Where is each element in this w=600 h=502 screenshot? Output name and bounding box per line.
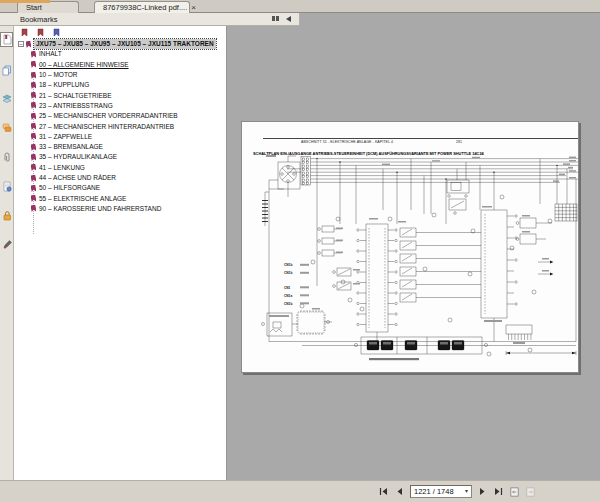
last-page-button[interactable] (493, 486, 504, 497)
sidebar-item-security[interactable] (1, 209, 12, 221)
pen-icon (2, 239, 12, 250)
bookmark-icon (31, 143, 37, 150)
bookmark-icon (31, 185, 37, 192)
bookmark-icon (31, 133, 37, 140)
tab-bar: Start 87679938C-Linked pdf.... × (0, 0, 600, 13)
bookmark-icon (31, 174, 37, 181)
signature-icon (2, 181, 12, 192)
sidebar-item-pages[interactable] (1, 64, 12, 76)
bookmark-item[interactable]: INHALT (14, 49, 226, 59)
bookmark-item[interactable]: 18 – KUPPLUNG (14, 80, 226, 90)
bookmark-action-icon-3[interactable] (53, 28, 60, 37)
sidebar-item-signatures[interactable] (1, 180, 12, 192)
window-accent (0, 0, 50, 3)
connector-label: CN1a (284, 294, 292, 298)
lock-icon (2, 210, 12, 221)
bookmark-item[interactable]: 21 – SCHALTGETRIEBE (14, 90, 226, 100)
wiring-diagram: CN1b CN1b CN1 CN1a CN1b (242, 122, 580, 374)
sidebar-item-layers[interactable] (1, 93, 12, 105)
connector-label: CN1b (284, 302, 292, 306)
pdf-page: ABSCHNITT 55 - ELEKTRISCHE ANLAGE - KAPI… (241, 121, 579, 373)
tab-document[interactable]: 87679938C-Linked pdf.... × (94, 1, 190, 13)
chevron-down-icon[interactable]: ▾ (465, 486, 468, 497)
bookmark-item[interactable]: 25 – MECHANISCHER VORDERRADANTRIEB (14, 111, 226, 121)
next-page-button[interactable] (477, 486, 488, 497)
document-area[interactable]: ABSCHNITT 55 - ELEKTRISCHE ANLAGE - KAPI… (227, 13, 600, 480)
bookmark-root-item[interactable]: − JXU75 – JXU85 – JXU95 – JXU105 – JXU11… (14, 39, 226, 49)
bookmark-item[interactable]: 35 – HYDRAULIKANLAGE (14, 152, 226, 162)
connector-label: CN1b (284, 271, 292, 275)
first-page-button[interactable] (378, 486, 389, 497)
bookmarks-panel: − JXU75 – JXU85 – JXU95 – JXU105 – JXU11… (14, 26, 227, 480)
next-view-button[interactable] (525, 486, 536, 497)
bookmark-action-icon-2[interactable] (37, 28, 44, 37)
sidebar-item-ink-sign[interactable] (1, 238, 12, 250)
sidebar-item-attachments[interactable] (1, 151, 12, 163)
bookmark-item[interactable]: 27 – MECHANISCHER HINTERRADANTRIEB (14, 121, 226, 131)
bookmark-item[interactable]: 90 – KAROSSERIE UND FAHRERSTAND (14, 204, 226, 214)
status-bar: 1221 / 1748 ▾ (0, 480, 600, 502)
bookmark-icon (31, 71, 37, 78)
previous-view-button[interactable] (509, 486, 520, 497)
bookmarks-panel-header: Bookmarks (0, 13, 300, 26)
bookmark-icon (31, 205, 37, 212)
tab-document-label: 87679938C-Linked pdf.... (103, 2, 187, 14)
bookmark-icon (31, 164, 37, 171)
bookmark-item-current[interactable]: 00 – ALLGEMEINE HINWEISE (14, 60, 226, 70)
bookmark-icon (31, 195, 37, 202)
collapse-expander-icon[interactable]: − (18, 41, 24, 47)
bookmarks-options-icon[interactable] (272, 16, 281, 22)
bookmark-item[interactable]: 55 – ELEKTRISCHE ANLAGE (14, 193, 226, 203)
sidebar-item-bookmarks[interactable] (0, 32, 13, 47)
comments-icon (2, 123, 12, 134)
bookmark-item[interactable]: 50 – HILFSORGANE (14, 183, 226, 193)
close-icon[interactable]: × (191, 3, 196, 13)
bookmarks-panel-title: Bookmarks (20, 15, 272, 24)
pdf-viewer-window: Start 87679938C-Linked pdf.... × ABSCHNI… (0, 0, 600, 502)
bookmark-item[interactable]: 10 – MOTOR (14, 70, 226, 80)
navigation-pane-strip (0, 26, 14, 480)
tab-start-label: Start (26, 3, 42, 12)
bookmark-item[interactable]: 23 – ANTRIEBSSTRANG (14, 101, 226, 111)
bookmark-icon (31, 112, 37, 119)
bookmark-action-icon-1[interactable] (21, 28, 28, 37)
page-thumbnails-icon (2, 65, 12, 76)
connector-label: CN1b (284, 263, 292, 267)
bookmark-icon (31, 102, 37, 109)
prev-page-button[interactable] (394, 486, 405, 497)
paperclip-icon (2, 152, 12, 163)
bookmark-icon (31, 82, 37, 89)
bookmark-icon (31, 154, 37, 161)
connector-label: CN1 (284, 286, 291, 290)
bookmark-item[interactable]: 31 – ZAPFWELLE (14, 132, 226, 142)
bookmark-icon (31, 92, 37, 99)
bookmark-icon (31, 51, 37, 58)
bookmark-item[interactable]: 33 – BREMSANLAGE (14, 142, 226, 152)
page-number-field[interactable]: 1221 / 1748 ▾ (410, 485, 472, 498)
bookmarks-page-icon (2, 34, 12, 45)
bookmark-icon (31, 61, 37, 68)
bookmark-icon (31, 123, 37, 130)
collapse-panel-icon[interactable] (286, 16, 291, 22)
layers-icon (2, 94, 12, 105)
bookmark-item[interactable]: 41 – LENKUNG (14, 163, 226, 173)
bookmark-icon (26, 40, 32, 47)
sidebar-item-comments[interactable] (1, 122, 12, 134)
bookmarks-toolbar (14, 26, 226, 39)
bookmark-item[interactable]: 44 – ACHSE UND RÄDER (14, 173, 226, 183)
